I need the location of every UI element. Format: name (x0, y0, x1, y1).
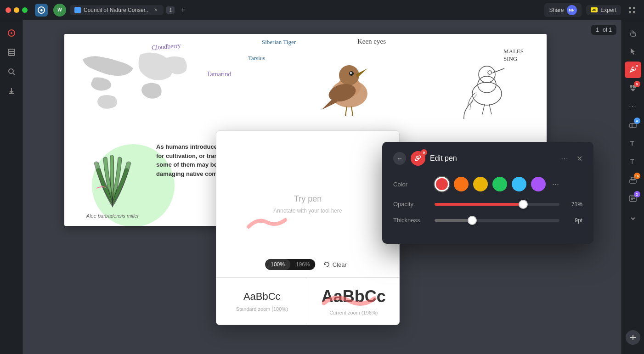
traffic-lights (6, 7, 28, 13)
svg-line-42 (489, 104, 491, 114)
opacity-thumb[interactable] (519, 200, 528, 209)
try-pen-area[interactable]: Try pen Annotate with your tool here 100… (216, 131, 399, 278)
shapes-tool[interactable]: 9 (625, 80, 641, 96)
svg-point-39 (479, 66, 495, 83)
standard-zoom-label: Standard zoom (100%) (236, 306, 288, 312)
workspace-icon[interactable]: W (53, 4, 66, 17)
bird-illustration-1 (312, 34, 386, 126)
close-traffic-light[interactable] (6, 7, 11, 13)
world-map (73, 41, 188, 119)
tab-count[interactable]: 1 (166, 6, 175, 14)
js-badge: JS (591, 7, 598, 12)
svg-line-41 (482, 104, 485, 114)
note-tool[interactable]: 2 (625, 190, 641, 207)
svg-point-43 (417, 157, 419, 159)
svg-rect-17 (630, 124, 636, 128)
hand-tool[interactable] (625, 25, 641, 41)
opacity-row: Opacity 71% (393, 201, 582, 208)
color-label: Color (393, 181, 435, 188)
back-button[interactable]: ← (393, 152, 406, 165)
thickness-track (435, 219, 559, 222)
tab-close-button[interactable]: ✕ (153, 7, 159, 13)
eraser-tool[interactable]: 4 (625, 117, 641, 133)
color-swatch-purple[interactable] (531, 177, 546, 191)
svg-point-37 (472, 82, 502, 105)
active-tab[interactable]: Council of Nature Conser... ✕ (70, 5, 164, 15)
maximize-traffic-light[interactable] (22, 7, 28, 13)
color-swatch-green[interactable] (492, 177, 507, 191)
opacity-track (435, 203, 559, 206)
svg-line-36 (351, 107, 353, 116)
pen-tool-badge: 9 (634, 62, 640, 69)
thickness-label: Thickness (393, 217, 435, 224)
sidebar-btn-home[interactable] (3, 25, 20, 41)
svg-point-6 (11, 32, 12, 34)
pen-tool[interactable]: 9 (625, 62, 641, 78)
add-tab-button[interactable]: + (177, 5, 188, 16)
pen-icon-badge: 9 (421, 149, 427, 156)
edit-pen-header: ← 9 Edit pen ⋯ ✕ (393, 151, 582, 166)
sample-current: AaBbCc Current zoom (196%) (308, 278, 400, 325)
more-colors-button[interactable]: ··· (552, 180, 559, 189)
color-swatch-orange[interactable] (454, 177, 469, 191)
opacity-value: 71% (566, 201, 582, 208)
expert-label: Expert (600, 7, 616, 13)
current-text-sample: AaBbCc (322, 287, 386, 306)
svg-point-40 (488, 71, 491, 74)
eraser-badge: 4 (634, 118, 640, 124)
svg-rect-4 (633, 11, 635, 13)
svg-rect-7 (8, 49, 15, 56)
grid-view-button[interactable] (626, 4, 638, 17)
add-button[interactable] (626, 330, 640, 345)
bird-illustration-2 (455, 43, 519, 126)
svg-point-10 (9, 69, 13, 73)
color-row: Color ··· (393, 177, 582, 191)
expert-button[interactable]: JS Expert (586, 5, 621, 15)
clear-label: Clear (333, 261, 347, 268)
zoom-100-option[interactable]: 100% (265, 259, 290, 270)
right-sidebar: 9 9 ··· 4 T T 16 (621, 20, 644, 354)
color-swatch-red[interactable] (435, 177, 449, 191)
edit-pen-title: Edit pen (430, 154, 556, 163)
svg-line-35 (345, 107, 347, 116)
thickness-slider[interactable] (435, 219, 559, 222)
stamp-tool[interactable]: 16 (625, 172, 641, 188)
left-sidebar (0, 20, 23, 354)
cursor-tool[interactable] (625, 43, 641, 60)
preview-samples: AaBbCc Standard zoom (100%) AaBbCc Curre… (216, 278, 399, 325)
panel-more-button[interactable]: ⋯ (561, 154, 568, 163)
page-total: of 1 (603, 27, 612, 33)
color-swatch-yellow[interactable] (473, 177, 488, 191)
more-tools[interactable]: ··· (625, 98, 641, 115)
sidebar-btn-search[interactable] (3, 63, 20, 80)
shapes-badge: 9 (634, 81, 640, 87)
thickness-thumb[interactable] (468, 216, 477, 225)
share-label: Share (549, 7, 564, 13)
sidebar-btn-layers[interactable] (3, 44, 20, 61)
color-swatch-blue[interactable] (512, 177, 526, 191)
expand-tool[interactable] (625, 210, 641, 227)
text-tool-2[interactable]: T (625, 153, 641, 170)
share-button[interactable]: Share NF (544, 3, 581, 17)
page-current: 1 (596, 27, 599, 33)
clear-button[interactable]: Clear (320, 259, 350, 270)
opacity-label: Opacity (393, 201, 435, 208)
standard-text-sample: AaBbCc (243, 291, 281, 303)
text-tool-1[interactable]: T (625, 135, 641, 152)
try-pen-title: Try pen (294, 194, 322, 204)
main-content: 1 of 1 Cloudberry (23, 20, 621, 354)
stamp-badge: 16 (634, 173, 640, 179)
sidebar-btn-download[interactable] (3, 83, 20, 99)
plant-section: Aloe barbadensis miller (73, 133, 152, 219)
zoom-196-option[interactable]: 196% (290, 259, 316, 270)
aloe-illustration (78, 133, 147, 216)
topbar: W Council of Nature Conser... ✕ 1 + Shar… (0, 0, 644, 20)
opacity-slider[interactable] (435, 203, 559, 206)
minimize-traffic-light[interactable] (14, 7, 19, 13)
page-controls: 1 of 1 (591, 25, 616, 35)
svg-point-33 (350, 72, 352, 74)
zoom-toggle[interactable]: 100% 196% (265, 259, 315, 270)
panel-close-button[interactable]: ✕ (576, 154, 582, 163)
app-icon (35, 4, 48, 17)
note-badge: 2 (634, 191, 640, 197)
